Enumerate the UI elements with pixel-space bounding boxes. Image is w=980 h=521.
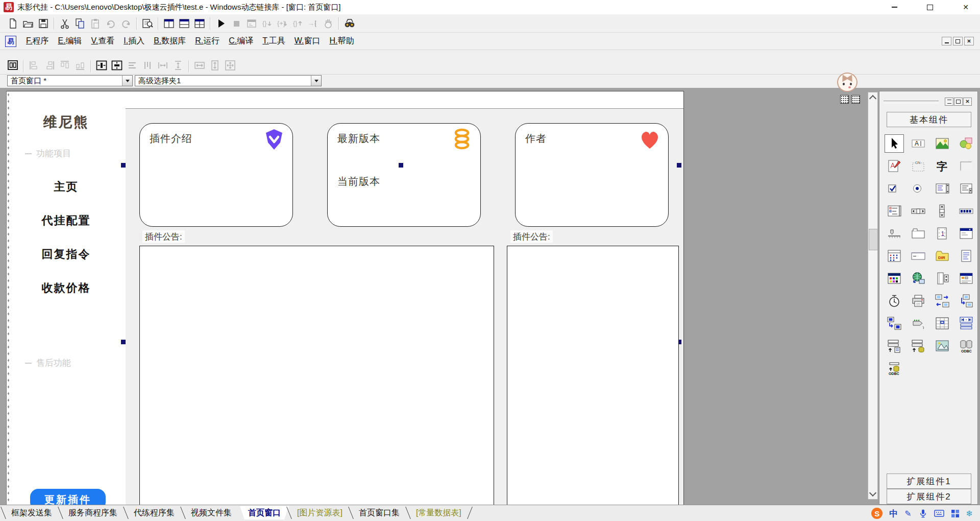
tab-image-resource-table[interactable]: [图片资源表]	[289, 506, 351, 519]
toolbox-snowflake-icon[interactable]: ❄	[966, 509, 973, 518]
selection-handle[interactable]	[677, 163, 681, 168]
palette-icon-toolbar-control[interactable]	[957, 269, 976, 288]
palette-icon-list-box[interactable]	[957, 179, 976, 198]
minimize-button[interactable]	[880, 0, 909, 14]
mascot-badge-icon[interactable]	[851, 95, 860, 104]
tab-home-window-set[interactable]: 首页窗口集	[351, 506, 408, 519]
form-selector-combo[interactable]: 首页窗口 *	[7, 75, 133, 86]
sogou-ime-icon[interactable]: S	[871, 508, 883, 519]
fit-height-button[interactable]	[207, 58, 223, 73]
align-right-button[interactable]	[42, 58, 57, 73]
fit-width-button[interactable]	[192, 58, 207, 73]
design-section-top[interactable]: 功能项目	[25, 148, 71, 159]
microphone-icon[interactable]	[918, 509, 927, 518]
palette-icon-sketch-board[interactable]	[885, 157, 904, 175]
extended-components-1-button[interactable]: 扩展组件1	[887, 473, 971, 489]
design-nav-reply[interactable]: 回复指令	[7, 247, 126, 262]
align-bottom-button[interactable]	[72, 58, 88, 73]
make-same-height-button[interactable]	[170, 58, 186, 73]
save-button[interactable]	[36, 16, 51, 31]
redo-button[interactable]	[103, 16, 118, 31]
scroll-up-button[interactable]	[868, 92, 877, 103]
palette-icon-slider-bar[interactable]	[885, 224, 904, 243]
app-grid-icon[interactable]	[951, 509, 960, 518]
palette-icon-image-resource[interactable]	[933, 337, 952, 355]
pause-hand-button[interactable]	[321, 16, 336, 31]
palette-icon-vertical-scrollbar[interactable]	[933, 202, 952, 220]
vertical-scrollbar[interactable]	[868, 92, 878, 500]
palette-icon-animation-box[interactable]: 1	[933, 224, 952, 243]
new-file-button[interactable]	[5, 16, 20, 31]
design-update-plugin-button[interactable]: 更新插件	[30, 489, 106, 505]
tab-provider-program-set[interactable]: 服务商程序集	[60, 506, 126, 519]
form-designer-canvas[interactable]: 维尼熊 功能项目 主页 代挂配置 回复指令 收款价格 售后功能 更新插件 插件介…	[6, 91, 684, 505]
menu-tools[interactable]: T.工具	[258, 34, 289, 49]
palette-menu-button[interactable]	[945, 98, 953, 106]
palette-icon-database-file[interactable]	[909, 337, 928, 355]
palette-grip[interactable]	[884, 101, 939, 103]
copy-button[interactable]	[72, 16, 88, 31]
palette-icon-tab-control[interactable]	[909, 224, 928, 243]
desktop-pet-mascot[interactable]	[836, 70, 860, 93]
design-notice-label-left[interactable]: 插件公告:	[142, 230, 185, 243]
palette-icon-odbc-database[interactable]: ODBC	[957, 337, 976, 355]
palette-icon-calendar[interactable]	[885, 247, 904, 265]
palette-icon-color-picker[interactable]	[885, 269, 904, 288]
combo-dropdown-button[interactable]	[311, 76, 321, 86]
align-top-button[interactable]	[57, 58, 72, 73]
design-notice-label-right[interactable]: 插件公告:	[510, 230, 553, 243]
container-selector-combo[interactable]: 高级选择夹1	[135, 75, 322, 86]
palette-icon-printer[interactable]	[909, 292, 928, 310]
mascot-badge-icon[interactable]	[840, 95, 849, 104]
design-label-title[interactable]: 维尼熊	[7, 113, 126, 131]
step-into-button[interactable]: {}	[259, 16, 275, 31]
keyboard-icon[interactable]	[934, 509, 944, 517]
design-card-plugin-intro[interactable]: 插件介绍	[139, 123, 293, 227]
ime-punctuation-icon[interactable]: ✎	[904, 509, 911, 518]
palette-icon-label[interactable]: A	[909, 134, 928, 153]
palette-icon-checkbox[interactable]	[885, 179, 904, 198]
design-card-version[interactable]: 最新版本 当前版本	[327, 123, 481, 227]
tab-boost-program-set[interactable]: 代练程序集	[126, 506, 183, 519]
menu-view[interactable]: V.查看	[87, 34, 119, 49]
paste-button[interactable]	[88, 16, 103, 31]
selection-handle[interactable]	[121, 340, 126, 344]
space-across-button[interactable]	[125, 58, 140, 73]
center-vertical-button[interactable]	[109, 58, 125, 73]
palette-icon-file-reader[interactable]	[885, 337, 904, 355]
align-left-button[interactable]	[27, 58, 42, 73]
design-nav-price[interactable]: 收款价格	[7, 280, 126, 296]
stop-button[interactable]	[229, 16, 244, 31]
palette-maximize-button[interactable]	[954, 98, 963, 106]
design-notice-box-right[interactable]	[507, 246, 679, 505]
run-to-cursor-button[interactable]: →{	[305, 16, 321, 31]
palette-icon-odbc-provider[interactable]: ODBC	[885, 359, 904, 377]
tab-video-file-set[interactable]: 视频文件集	[183, 506, 240, 519]
design-nav-config[interactable]: 代挂配置	[7, 213, 126, 228]
palette-icon-group-box[interactable]: CN	[909, 157, 928, 175]
scroll-down-button[interactable]	[868, 489, 877, 499]
palette-icon-server-socket[interactable]	[957, 292, 976, 310]
window-tile-button[interactable]	[192, 16, 207, 31]
step-over-button[interactable]: {+}	[275, 16, 290, 31]
palette-icon-spin-updown[interactable]	[933, 269, 952, 288]
tab-frame-send-set[interactable]: 框架发送集	[3, 506, 60, 519]
undo-button[interactable]	[118, 16, 134, 31]
palette-icon-combo-box[interactable]	[933, 179, 952, 198]
palette-icon-progress-bar[interactable]	[957, 202, 976, 220]
center-horizontal-button[interactable]	[94, 58, 109, 73]
menu-help[interactable]: H.帮助	[325, 34, 358, 49]
design-nav-home[interactable]: 主页	[7, 179, 126, 195]
fit-both-button[interactable]	[223, 58, 238, 73]
selection-handle[interactable]	[121, 163, 126, 168]
palette-icon-rich-edit-box[interactable]	[957, 247, 976, 265]
combo-dropdown-button[interactable]	[122, 76, 132, 86]
menu-run[interactable]: R.运行	[190, 34, 224, 49]
mdi-close-button[interactable]: ✕	[964, 37, 974, 45]
palette-icon-panel-box[interactable]	[957, 157, 976, 175]
palette-icon-custom-window[interactable]	[957, 224, 976, 243]
maximize-button[interactable]	[916, 0, 944, 14]
palette-icon-horizontal-scrollbar[interactable]	[909, 202, 928, 220]
menu-compile[interactable]: C.编译	[224, 34, 258, 49]
basic-components-button[interactable]: 基本组件	[887, 112, 971, 127]
